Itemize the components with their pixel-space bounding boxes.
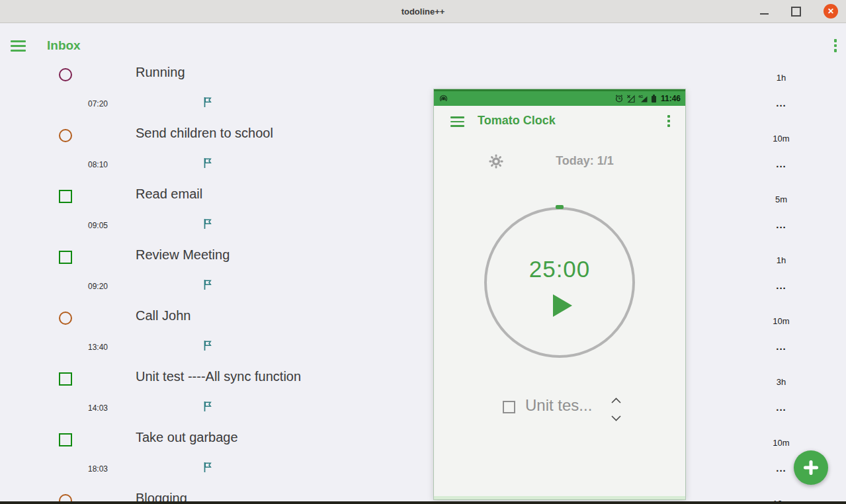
task-row[interactable]: Call John 10m 13:40 ... [0,303,846,364]
task-checkbox[interactable] [59,251,72,264]
task-duration: 10m [763,316,800,326]
task-time: 18:03 [88,464,108,474]
task-time: 13:40 [88,343,108,352]
task-duration: 3h [763,377,800,387]
task-checkbox[interactable] [59,68,72,81]
svg-text:4G: 4G [638,95,643,99]
task-row[interactable]: Review Meeting 1h 09:20 ... [0,242,846,303]
flag-icon[interactable] [203,279,212,290]
maximize-button[interactable] [791,7,801,17]
task-checkbox[interactable] [59,190,72,203]
cell-4g-icon: 4G [638,94,648,103]
hotspot-icon [439,94,448,104]
task-title: Read email [136,187,202,202]
task-checkbox[interactable] [59,433,72,446]
task-more-button[interactable]: ... [763,341,800,352]
task-time: 09:20 [88,282,108,291]
timer-progress-tick [556,205,564,209]
chevron-down-icon[interactable] [611,415,622,422]
task-time: 07:20 [88,99,108,108]
task-time: 09:05 [88,221,108,230]
today-count-label: Today: 1/1 [532,154,638,168]
close-button[interactable]: ✕ [824,4,838,19]
task-more-button[interactable]: ... [763,158,800,169]
window-title: todoline++ [402,7,445,17]
page-title: Inbox [47,38,81,53]
kebab-menu-icon[interactable] [834,39,837,52]
kebab-menu-icon[interactable] [667,115,670,127]
gear-icon[interactable] [489,154,503,169]
hamburger-icon[interactable] [450,116,464,130]
task-title: Review Meeting [136,247,230,263]
add-task-button[interactable] [794,450,828,485]
task-title: Send children to school [136,126,273,141]
alarm-icon [614,94,624,103]
window-controls: ✕ [760,0,838,22]
flag-icon[interactable] [203,218,212,230]
task-title: Take out garbage [136,430,238,445]
task-row[interactable]: Unit test ----All sync function 3h 14:03… [0,364,846,425]
task-duration: 1h [763,73,800,83]
timer-ring [484,207,635,358]
task-more-button[interactable]: ... [763,280,800,291]
flag-icon[interactable] [203,157,212,169]
phone-clock-text: 11:46 [661,94,681,103]
task-duration: 10m [763,438,800,448]
phone-app-title: Tomato Clock [478,114,556,128]
task-duration: 1h [763,255,800,265]
task-title: Unit test ----All sync function [136,369,301,384]
plus-icon [802,459,820,476]
play-icon[interactable] [553,294,572,317]
task-checkbox[interactable] [59,372,72,386]
task-duration: 5m [763,194,800,204]
no-signal-icon [626,94,636,103]
hamburger-icon[interactable] [11,40,26,54]
phone-status-bar: 4G 11:46 [434,89,685,106]
task-row[interactable]: Running 1h 07:20 ... [0,60,846,120]
flag-icon[interactable] [203,401,212,412]
task-list: Running 1h 07:20 ... Send children to sc… [0,60,846,504]
task-title: Running [136,65,185,80]
task-row[interactable]: Read email 5m 09:05 ... [0,181,846,242]
task-title: Call John [136,308,190,323]
battery-icon [651,94,657,103]
phone-task-checkbox[interactable] [503,401,515,413]
chevron-up-icon[interactable] [611,397,622,404]
task-checkbox[interactable] [59,312,72,325]
screen-bottom-edge [0,501,846,504]
task-time: 08:10 [88,160,108,169]
task-duration: 10m [763,134,800,144]
phone-task-label[interactable]: Unit tes... [525,396,592,415]
task-more-button[interactable]: ... [763,97,800,108]
task-row[interactable]: Take out garbage 10m 18:03 ... [0,425,846,485]
flag-icon[interactable] [203,462,212,473]
phone-screenshot-overlay: 4G 11:46 Tomato Clock [434,89,685,499]
task-more-button[interactable]: ... [763,219,800,230]
flag-icon[interactable] [203,340,212,351]
minimize-button[interactable] [760,13,769,15]
window-titlebar: todoline++ ✕ [0,0,846,23]
task-checkbox[interactable] [59,129,72,142]
task-time: 14:03 [88,403,108,413]
task-row[interactable]: Send children to school 10m 08:10 ... [0,120,846,181]
flag-icon[interactable] [203,97,212,108]
task-more-button[interactable]: ... [763,401,800,413]
timer-time: 25:00 [484,256,635,282]
